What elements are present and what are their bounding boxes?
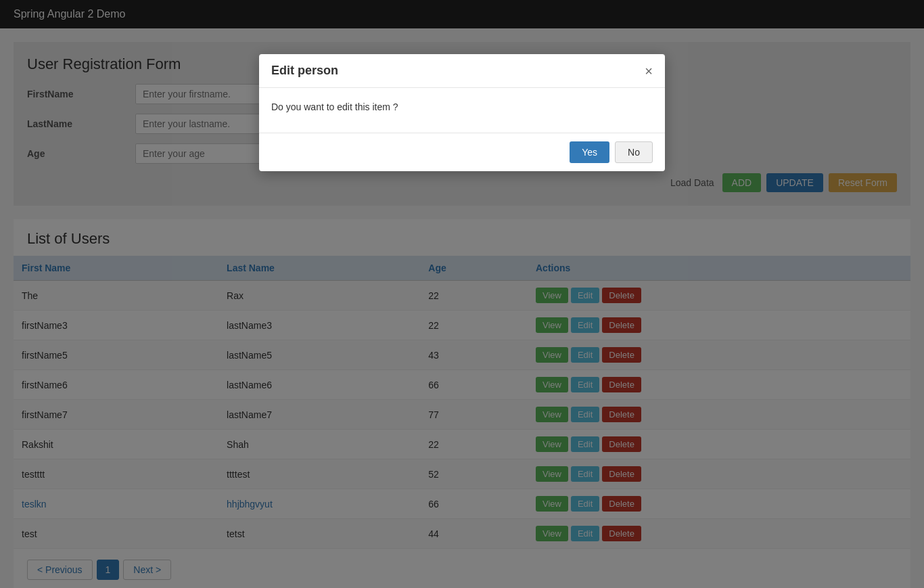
modal-footer: Yes No	[259, 133, 665, 171]
modal-body: Do you want to edit this item ?	[259, 88, 665, 133]
edit-modal: Edit person × Do you want to edit this i…	[259, 54, 665, 171]
modal-message: Do you want to edit this item ?	[271, 101, 398, 112]
modal-close-button[interactable]: ×	[645, 64, 653, 78]
modal-no-button[interactable]: No	[615, 141, 653, 163]
modal-yes-button[interactable]: Yes	[570, 141, 609, 163]
modal-title: Edit person	[271, 64, 338, 78]
modal-overlay: Edit person × Do you want to edit this i…	[0, 0, 924, 588]
modal-header: Edit person ×	[259, 54, 665, 88]
